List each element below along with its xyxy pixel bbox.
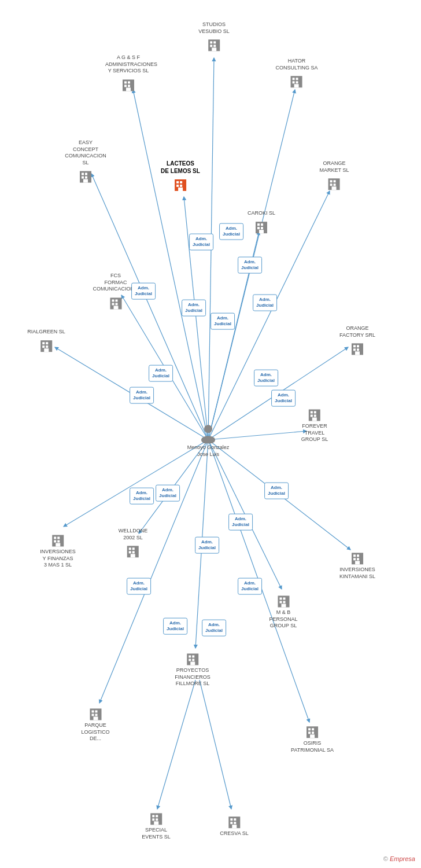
label-special-events: SPECIALEVENTS SL <box>142 827 171 840</box>
person-label: Menoyo Gonzalez Jose Luis <box>185 444 231 458</box>
svg-point-21 <box>201 436 215 443</box>
svg-rect-47 <box>176 181 179 183</box>
node-osiris[interactable]: OSIRISPATRIMONIAL SA <box>291 722 334 753</box>
svg-rect-41 <box>82 172 84 175</box>
svg-rect-108 <box>283 597 285 599</box>
node-forever-travel[interactable]: FOREVERTRAVELGROUP SL <box>301 404 328 443</box>
adm-judicial-label: Adm.Judicial <box>130 488 154 505</box>
adm-badge-6[interactable]: Adm.Judicial <box>211 313 235 330</box>
svg-rect-129 <box>310 734 315 738</box>
svg-rect-131 <box>152 815 154 817</box>
building-icon-hator <box>289 73 305 89</box>
svg-rect-85 <box>311 414 313 417</box>
adm-judicial-label: Adm.Judicial <box>130 387 154 404</box>
svg-rect-141 <box>232 825 237 828</box>
svg-rect-51 <box>178 187 183 191</box>
svg-rect-63 <box>259 230 264 233</box>
adm-judicial-label: Adm.Judicial <box>127 578 151 595</box>
adm-judicial-label: Adm.Judicial <box>253 295 277 311</box>
svg-rect-87 <box>312 417 317 421</box>
svg-rect-66 <box>115 300 117 302</box>
svg-rect-36 <box>296 78 298 80</box>
label-caroki: CAROKI SL <box>248 210 275 217</box>
node-lacteos[interactable]: LACTEOSDE LEMOS SL <box>161 160 200 193</box>
svg-rect-139 <box>230 822 232 824</box>
node-rialgreen[interactable]: RIALGREEN SL <box>27 329 65 354</box>
adm-badge-15[interactable]: Adm.Judicial <box>228 514 253 531</box>
node-orange-factory[interactable]: ORANGEFACTORY SRL <box>339 325 375 357</box>
node-parque-logistico[interactable]: PARQUELOGISTICODE... <box>81 704 109 742</box>
adm-badge-20[interactable]: Adm.Judicial <box>202 620 226 637</box>
svg-rect-119 <box>91 710 94 712</box>
svg-rect-38 <box>296 82 298 84</box>
svg-rect-27 <box>212 48 216 52</box>
adm-badge-16[interactable]: Adm.Judicial <box>195 537 219 554</box>
adm-badge-1[interactable]: Adm.Judicial <box>189 234 213 251</box>
node-special-events[interactable]: SPECIALEVENTS SL <box>142 808 171 840</box>
adm-badge-5[interactable]: Adm.Judicial <box>182 300 206 317</box>
svg-rect-123 <box>93 716 98 720</box>
svg-rect-140 <box>234 822 236 824</box>
label-osiris: OSIRISPATRIMONIAL SA <box>291 740 334 753</box>
adm-badge-9[interactable]: Adm.Judicial <box>130 387 154 404</box>
svg-line-19 <box>200 680 231 809</box>
adm-badge-19[interactable]: Adm.Judicial <box>163 618 187 635</box>
adm-badge-3[interactable]: Adm.Judicial <box>238 257 262 274</box>
adm-badge-12[interactable]: Adm.Judicial <box>156 485 180 502</box>
adm-badge-8[interactable]: Adm.Judicial <box>149 365 173 382</box>
node-ag-sf[interactable]: A G & S FADMINISTRACIONESY SERVICIOS SL <box>105 54 152 93</box>
adm-badge-4[interactable]: Adm.Judicial <box>131 283 156 300</box>
svg-rect-80 <box>357 349 359 351</box>
svg-rect-127 <box>308 731 311 734</box>
adm-judicial-label: Adm.Judicial <box>219 223 243 240</box>
svg-rect-103 <box>353 558 356 560</box>
node-inversiones-finanzas[interactable]: INVERSIONESY FINANZAS3 MAS 1 SL <box>40 530 76 569</box>
adm-judicial-label: Adm.Judicial <box>202 620 226 637</box>
svg-rect-35 <box>293 78 295 80</box>
copyright-brand: Empresa <box>390 855 415 862</box>
node-easy-concept[interactable]: EASYCONCEPTCOMUNICACION SL <box>62 139 109 185</box>
adm-judicial-label: Adm.Judicial <box>149 365 173 382</box>
building-icon-studios-vesubio <box>206 36 222 53</box>
label-hator: HATORCONSULTING SA <box>276 58 318 71</box>
adm-badge-10[interactable]: Adm.Judicial <box>254 370 278 387</box>
node-mb-personal[interactable]: M & BPERSONALGROUP SL <box>269 591 297 630</box>
svg-rect-128 <box>312 731 314 734</box>
svg-rect-79 <box>353 349 356 351</box>
svg-rect-98 <box>132 551 135 554</box>
node-inversiones-kintamani[interactable]: INVERSIONESKINTAMANI SL <box>339 548 375 580</box>
node-orange-market[interactable]: ORANGEMARKET SL <box>320 160 349 192</box>
adm-badge-17[interactable]: Adm.Judicial <box>127 578 151 595</box>
node-cresva[interactable]: CRESVA SL <box>220 812 248 837</box>
svg-rect-42 <box>85 172 87 175</box>
svg-rect-32 <box>128 85 130 87</box>
node-proyectos[interactable]: PROYECTOSFINANCIEROSFILLMORE SL <box>175 649 211 687</box>
svg-rect-48 <box>180 181 182 183</box>
svg-rect-114 <box>192 655 194 657</box>
svg-rect-110 <box>283 601 285 603</box>
adm-badge-2[interactable]: Adm.Judicial <box>219 223 243 240</box>
svg-rect-68 <box>115 303 117 306</box>
building-icon-orange-factory <box>349 340 365 356</box>
svg-rect-59 <box>257 223 260 226</box>
svg-rect-43 <box>82 176 84 178</box>
adm-badge-13[interactable]: Adm.Judicial <box>130 488 154 505</box>
svg-rect-53 <box>330 181 333 183</box>
adm-badge-11[interactable]: Adm.Judicial <box>271 390 296 407</box>
building-icon-forever-travel <box>306 406 323 422</box>
adm-badge-14[interactable]: Adm.Judicial <box>264 483 289 499</box>
label-rialgreen: RIALGREEN SL <box>27 329 65 336</box>
node-hator[interactable]: HATORCONSULTING SA <box>276 58 318 90</box>
node-studios-vesubio[interactable]: STUDIOSVESUBIO SL <box>198 21 230 53</box>
label-orange-factory: ORANGEFACTORY SRL <box>339 325 375 339</box>
person-node-center[interactable]: Menoyo Gonzalez Jose Luis <box>185 421 231 458</box>
adm-badge-7[interactable]: Adm.Judicial <box>253 295 277 311</box>
node-welldone[interactable]: WELLDONE2002 SL <box>119 528 148 560</box>
label-mb-personal: M & BPERSONALGROUP SL <box>269 609 297 630</box>
node-caroki[interactable]: CAROKI SL <box>248 210 275 236</box>
label-proyectos: PROYECTOSFINANCIEROSFILLMORE SL <box>175 667 211 687</box>
building-icon-special-events <box>148 810 164 826</box>
building-icon-inversiones-finanzas <box>50 531 66 547</box>
svg-rect-99 <box>131 554 135 558</box>
adm-badge-18[interactable]: Adm.Judicial <box>238 578 262 595</box>
